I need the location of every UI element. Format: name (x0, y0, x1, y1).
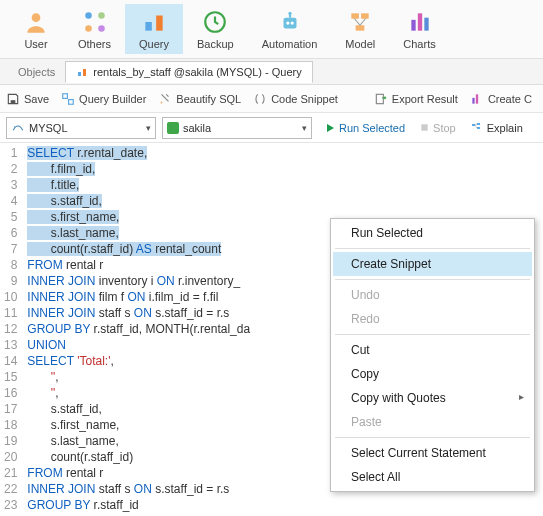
svg-rect-6 (156, 16, 163, 31)
create-chart-icon (470, 92, 484, 106)
run-selected-button[interactable]: Run Selected (324, 122, 405, 134)
ribbon-automation-label: Automation (262, 38, 318, 50)
ctx-copy[interactable]: Copy (333, 362, 532, 386)
tab-objects-label: Objects (18, 66, 55, 78)
save-label: Save (24, 93, 49, 105)
ctx-paste[interactable]: Paste (333, 410, 532, 434)
ctx-copy-label: Copy (351, 367, 379, 381)
export-icon (374, 92, 388, 106)
ctx-select-current[interactable]: Select Current Statement (333, 441, 532, 465)
user-icon (22, 8, 50, 36)
ctx-copyq-label: Copy with Quotes (351, 391, 446, 405)
svg-rect-23 (11, 100, 16, 104)
ctx-separator (335, 248, 530, 249)
ctx-undo[interactable]: Undo (333, 283, 532, 307)
svg-rect-18 (411, 20, 415, 31)
ribbon-user-label: User (24, 38, 47, 50)
line-gutter: 123456789101112131415161718192021222324 (0, 143, 25, 516)
stop-button[interactable]: Stop (419, 122, 456, 134)
ribbon-automation[interactable]: Automation (248, 4, 332, 54)
svg-rect-21 (78, 72, 81, 76)
chevron-down-icon: ▾ (302, 123, 307, 133)
beautify-button[interactable]: Beautify SQL (158, 92, 241, 106)
backup-icon (201, 8, 229, 36)
chevron-down-icon: ▾ (146, 123, 151, 133)
create-chart-label: Create C (488, 93, 532, 105)
ctx-redo-label: Redo (351, 312, 380, 326)
svg-rect-30 (421, 124, 427, 130)
save-icon (6, 92, 20, 106)
svg-point-3 (85, 25, 92, 32)
ctx-cut-label: Cut (351, 343, 370, 357)
code-snippet-button[interactable]: Code Snippet (253, 92, 338, 106)
ribbon-query-label: Query (139, 38, 169, 50)
svg-rect-26 (376, 94, 383, 103)
svg-line-16 (355, 19, 360, 26)
ctx-undo-label: Undo (351, 288, 380, 302)
ribbon-charts[interactable]: Charts (389, 4, 449, 54)
ctx-run-selected[interactable]: Run Selected (333, 221, 532, 245)
tab-active-query[interactable]: rentals_by_staff @sakila (MYSQL) - Query (65, 61, 312, 83)
export-result-button[interactable]: Export Result (374, 92, 458, 106)
ctx-separator (335, 437, 530, 438)
svg-point-10 (290, 21, 293, 24)
others-icon (81, 8, 109, 36)
svg-rect-25 (69, 99, 74, 104)
svg-point-2 (98, 12, 105, 19)
svg-rect-24 (63, 93, 68, 98)
explain-label: Explain (487, 122, 523, 134)
query-icon (140, 8, 168, 36)
snippet-icon (253, 92, 267, 106)
tab-objects[interactable]: Objects (8, 62, 65, 82)
ctx-redo[interactable]: Redo (333, 307, 532, 331)
database-icon (167, 122, 179, 134)
connection-row: MYSQL ▾ sakila ▾ Run Selected Stop Expla… (0, 113, 543, 143)
editor-toolbar: Save Query Builder Beautify SQL Code Sni… (0, 85, 543, 113)
ctx-create-label: Create Snippet (351, 257, 431, 271)
ctx-create-snippet[interactable]: Create Snippet (333, 252, 532, 276)
ctx-copy-quotes[interactable]: Copy with Quotes▸ (333, 386, 532, 410)
ctx-paste-label: Paste (351, 415, 382, 429)
svg-rect-8 (283, 18, 296, 29)
svg-rect-31 (472, 124, 475, 126)
svg-line-17 (360, 19, 365, 26)
query-builder-icon (61, 92, 75, 106)
beautify-icon (158, 92, 172, 106)
ribbon-model-label: Model (345, 38, 375, 50)
svg-line-35 (475, 125, 477, 128)
svg-point-0 (32, 13, 41, 22)
ribbon-others-label: Others (78, 38, 111, 50)
svg-point-29 (14, 126, 15, 127)
svg-point-12 (288, 12, 291, 15)
query-builder-button[interactable]: Query Builder (61, 92, 146, 106)
ctx-select-all[interactable]: Select All (333, 465, 532, 489)
explain-button[interactable]: Explain (470, 122, 523, 134)
svg-rect-15 (356, 25, 365, 30)
ribbon-model[interactable]: Model (331, 4, 389, 54)
code-area[interactable]: SELECT r.rental_date, f.film_id, f.title… (25, 143, 250, 516)
connection-combo[interactable]: MYSQL ▾ (6, 117, 156, 139)
ribbon-backup[interactable]: Backup (183, 4, 248, 54)
ribbon-query[interactable]: Query (125, 4, 183, 54)
tab-active-label: rentals_by_staff @sakila (MYSQL) - Query (93, 66, 301, 78)
ctx-cut[interactable]: Cut (333, 338, 532, 362)
explain-icon (470, 122, 484, 134)
create-chart-button[interactable]: Create C (470, 92, 532, 106)
svg-rect-22 (83, 69, 86, 76)
ribbon-charts-label: Charts (403, 38, 435, 50)
svg-line-34 (475, 124, 477, 125)
ribbon-others[interactable]: Others (64, 4, 125, 54)
snippet-label: Code Snippet (271, 93, 338, 105)
query-builder-label: Query Builder (79, 93, 146, 105)
document-tabs: Objects rentals_by_staff @sakila (MYSQL)… (0, 59, 543, 85)
svg-point-1 (85, 12, 92, 19)
ribbon-user[interactable]: User (8, 4, 64, 54)
ribbon-backup-label: Backup (197, 38, 234, 50)
export-label: Export Result (392, 93, 458, 105)
svg-rect-19 (417, 13, 421, 30)
database-combo[interactable]: sakila ▾ (162, 117, 312, 139)
database-value: sakila (183, 122, 211, 134)
save-button[interactable]: Save (6, 92, 49, 106)
run-selected-label: Run Selected (339, 122, 405, 134)
charts-icon (406, 8, 434, 36)
